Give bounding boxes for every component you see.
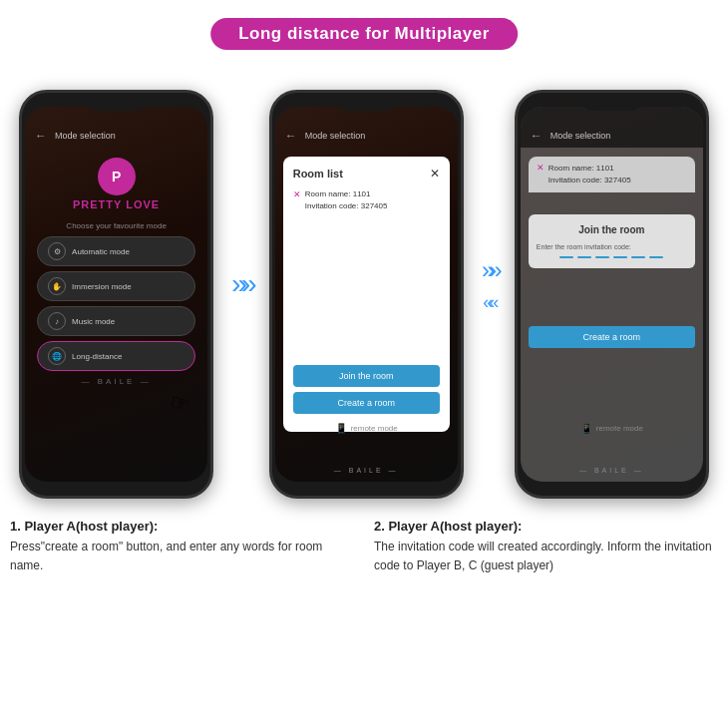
automatic-label: Automatic mode [72,247,130,256]
phone-3: ← Mode selection ✕ Room name: 1101 Invit… [515,90,709,499]
room-info: Room name: 1101 Invitation code: 327405 [305,188,388,212]
phone-1-logo-area: P PRETTY LOVE [25,148,207,215]
phone-3-footer: — BAILE — [521,467,703,474]
code-dash-2 [577,256,591,258]
phone-3-x-icon: ✕ [537,163,545,173]
longdistance-icon: 🌐 [48,347,66,365]
phone-1-logo-text: PRETTY LOVE [25,198,207,210]
phone-2-notch [336,93,396,111]
code-dash-1 [559,256,573,258]
modal-buttons: Join the room Create a room [293,365,440,414]
phone-3-remote-label: remote mode [596,424,643,433]
phone-2-screen: ← Mode selection Room list ✕ ✕ Room name… [275,107,458,482]
phone-3-top-modal: ✕ Room name: 1101 Invitation code: 32740… [529,157,695,192]
arrow-right-2: »» [482,256,497,284]
phone-1-topbar: ← Mode selection [25,107,207,148]
phone-2-footer: — BAILE — [275,467,458,474]
code-dash-3 [595,256,609,258]
desc-2-text: The invitation code will created accordi… [374,538,718,575]
phone-1-mode-label: Mode selection [55,131,116,141]
code-dash-4 [613,256,627,258]
room-x-icon: ✕ [293,189,301,199]
title-banner: Long distance for Multiplayer [210,18,518,50]
phone-1: ← Mode selection P PRETTY LOVE Choose yo… [19,90,213,499]
desc-1-text: Press"create a room" button, and enter a… [10,538,354,575]
room-name-label: Room name: 1101 [305,189,371,198]
phone-3-create-room-button[interactable]: Create a room [529,326,695,348]
phone-1-logo-circle: P [98,158,136,195]
phone-3-remote-bar: 📱 remote mode [521,423,703,434]
desc-1-number: 1. Player A(host player): [10,519,354,534]
phone-2-remote-bar: 📱 remote mode [275,423,458,434]
arrow-group-2: »» «« [482,70,497,499]
phone-1-choose-text: Choose your favourite mode [25,221,207,230]
modal-close-icon[interactable]: ✕ [430,167,440,181]
phone-3-back-icon: ← [531,129,543,143]
desc-2-number: 2. Player A(host player): [374,519,718,534]
invitation-input-label: Enter the room invitation code: [537,243,631,250]
mode-btn-immersion[interactable]: ✋ Immersion mode [37,271,195,301]
phone-2-topbar: ← Mode selection [275,107,458,148]
phone-3-notch [581,93,641,111]
phone-3-screen: ← Mode selection ✕ Room name: 1101 Invit… [521,107,703,482]
finger-cursor: ☞ [167,389,192,419]
join-room-button[interactable]: Join the room [293,365,440,387]
room-entry: ✕ Room name: 1101 Invitation code: 32740… [293,188,440,212]
mode-btn-music[interactable]: ♪ Music mode [37,306,195,336]
remote-icon: 📱 [335,423,347,434]
create-room-button[interactable]: Create a room [293,392,440,414]
mode-btn-automatic[interactable]: ⚙ Automatic mode [37,236,195,266]
arrow-left-2: «« [483,292,495,313]
phone-3-topbar: ← Mode selection [521,107,703,148]
join-room-title: Join the room [578,224,644,235]
immersion-icon: ✋ [48,277,66,295]
phone-1-footer: — BAILE — [25,377,207,386]
phone-3-mode-label: Mode selection [550,131,611,141]
music-icon: ♪ [48,312,66,330]
arrow-right-1: »» [231,270,250,298]
description-2: 2. Player A(host player): The invitation… [374,519,718,575]
phone-2: ← Mode selection Room list ✕ ✕ Room name… [269,90,464,499]
arrow-group-1: »» [231,70,250,499]
phone-3-remote-icon: 📱 [580,423,592,434]
immersion-label: Immersion mode [72,282,132,291]
phone-2-back-icon: ← [285,129,297,143]
mode-btn-longdistance[interactable]: 🌐 Long-distance [37,341,195,371]
phone-3-room-name: Room name: 1101 [548,164,614,173]
join-room-section: Join the room Enter the room invitation … [529,214,695,268]
phone-1-screen: ← Mode selection P PRETTY LOVE Choose yo… [25,107,207,482]
descriptions: 1. Player A(host player): Press"create a… [10,519,718,575]
longdistance-label: Long-distance [72,352,122,361]
code-dash-5 [631,256,645,258]
code-dashes [537,256,687,258]
code-dash-6 [649,256,663,258]
phone-3-invitation-code: Invitation code: 327405 [548,176,631,184]
phone-2-room-list-modal: Room list ✕ ✕ Room name: 1101 Invitation… [283,157,450,432]
remote-label: remote mode [351,424,398,433]
phone-2-mode-label: Mode selection [305,131,366,141]
title-text: Long distance for Multiplayer [238,24,490,43]
modal-title: Room list [293,168,343,180]
invitation-code-label: Invitation code: 327405 [305,201,388,210]
phone-1-notch [87,93,147,111]
phone-1-logo-letter: P [112,169,121,184]
phone-1-back-icon: ← [35,129,47,143]
automatic-icon: ⚙ [48,242,66,260]
phones-row: ← Mode selection P PRETTY LOVE Choose yo… [10,70,718,499]
description-1: 1. Player A(host player): Press"create a… [10,519,354,575]
music-label: Music mode [72,317,115,326]
phone-3-create-btn-area: Create a room [529,326,695,348]
modal-header: Room list ✕ [293,167,440,181]
